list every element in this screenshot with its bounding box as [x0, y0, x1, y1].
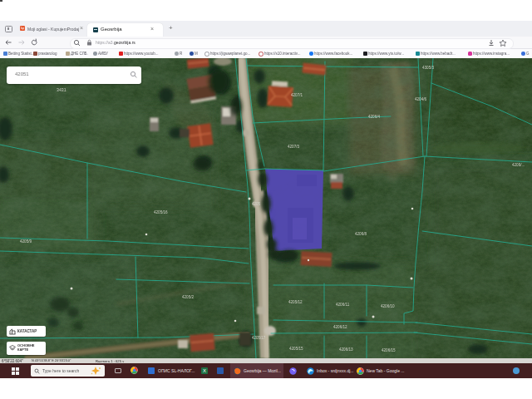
- svg-text:4205: 4205: [252, 202, 261, 206]
- svg-text:4204/6: 4204/6: [415, 97, 426, 101]
- svg-text:4205/17: 4205/17: [252, 336, 266, 340]
- svg-text:4206/10: 4206/10: [381, 304, 395, 308]
- svg-text:4207/3: 4207/3: [288, 145, 299, 149]
- svg-text:4205/9: 4205/9: [20, 239, 32, 244]
- svg-text:4205/12: 4205/12: [288, 300, 303, 304]
- svg-text:4207/1: 4207/1: [291, 93, 303, 97]
- svg-text:4206/11: 4206/11: [336, 303, 350, 307]
- svg-text:4206/13: 4206/13: [339, 347, 353, 352]
- svg-text:4206/12: 4206/12: [333, 325, 347, 329]
- svg-text:4205/2: 4205/2: [182, 295, 194, 299]
- svg-text:4206/4: 4206/4: [368, 115, 380, 119]
- svg-text:3431: 3431: [57, 87, 66, 92]
- svg-text:4206/15: 4206/15: [382, 348, 396, 352]
- svg-text:4305/3: 4305/3: [422, 66, 434, 70]
- svg-text:4205/15: 4205/15: [289, 347, 303, 351]
- svg-text:4206/8: 4206/8: [355, 232, 367, 236]
- svg-text:4205/16: 4205/16: [154, 210, 168, 214]
- svg-text:4209/...: 4209/...: [512, 163, 525, 167]
